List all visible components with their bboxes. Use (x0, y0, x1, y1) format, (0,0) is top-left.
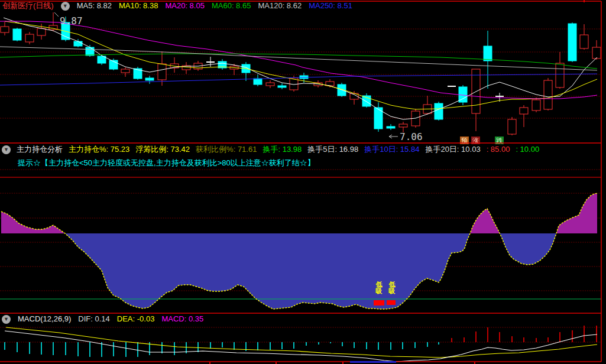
holdings-panel-title: 主力持仓分析 (17, 145, 63, 154)
stat-field: 换手: 13.98 (263, 145, 302, 154)
ma-line-MA10 (5, 21, 597, 109)
stat-field: DEA: -0.03 (117, 314, 155, 324)
svg-text:9.87: 9.87 (60, 15, 83, 27)
stat-field: 换手5日: 16.98 (307, 145, 358, 154)
stock-app-window: 低吸低吸9.877.06预涨跌 创新医疗(日线) ▼ MA5: 8.82MA10… (0, 0, 606, 364)
holdings-header-bar: ▼ 主力持仓分析 主力持仓%: 75.23浮筹比例: 73.42获利比例%: 7… (2, 145, 539, 154)
buy-signal-label: 低吸 (388, 281, 396, 294)
buy-signal-label: 低吸 (375, 281, 383, 294)
stat-field: 主力持仓%: 75.23 (69, 145, 129, 154)
holdings-hint-text: 提示☆【主力持仓<50主力轻度或无控盘,主力持仓及获利比>80以上注意☆获利了结… (18, 158, 315, 168)
ma-line-MA20 (0, 21, 597, 99)
ma-values: MA5: 8.82MA10: 8.38MA20: 8.05MA60: 8.65M… (77, 1, 352, 11)
stat-field: 换手10日: 15.84 (364, 145, 419, 154)
stat-field: MACD: 0.35 (161, 314, 203, 324)
stat-field: DIF: 0.14 (78, 314, 109, 324)
macd-layer (5, 326, 597, 362)
chevron-down-icon[interactable]: ▼ (2, 315, 11, 324)
stat-field: MA120: 8.62 (258, 1, 302, 11)
svg-text:7.06: 7.06 (400, 131, 423, 142)
chevron-down-icon[interactable]: ▼ (2, 145, 11, 154)
holdings-stats: 主力持仓%: 75.23浮筹比例: 73.42获利比例%: 71.61换手: 1… (69, 145, 539, 154)
ma-line-MA5 (4, 18, 597, 119)
stat-field: MA20: 8.05 (165, 1, 205, 11)
chart-canvas[interactable]: 低吸低吸9.877.06预涨跌 (0, 0, 606, 364)
stat-field: 换手20日: 10.03 (425, 145, 480, 154)
chevron-down-icon[interactable]: ▼ (61, 2, 70, 11)
stat-field: MA60: 8.65 (212, 1, 251, 11)
stock-title: 创新医疗(日线) (2, 1, 54, 11)
macd-panel-title: MACD(12,26,9) (18, 314, 71, 324)
candles-layer (1, 12, 601, 135)
stat-field: MA250: 8.51 (309, 1, 352, 11)
stat-field: 浮筹比例: 73.42 (135, 145, 190, 154)
ma-line-MA250 (0, 74, 597, 85)
ma-lines-layer (0, 18, 597, 119)
macd-header-bar: ▼ MACD(12,26,9) DIF: 0.14DEA: -0.03MACD:… (2, 314, 203, 324)
stat-field: : 85.00 (487, 145, 510, 154)
stat-field: 获利比例%: 71.61 (196, 145, 257, 154)
macd-stats: DIF: 0.14DEA: -0.03MACD: 0.35 (78, 314, 203, 324)
stat-field: : 10.00 (516, 145, 539, 154)
stat-field: MA10: 8.38 (119, 1, 158, 11)
top-info-bar: 创新医疗(日线) ▼ MA5: 8.82MA10: 8.38MA20: 8.05… (2, 1, 352, 11)
stat-field: MA5: 8.82 (77, 1, 112, 11)
